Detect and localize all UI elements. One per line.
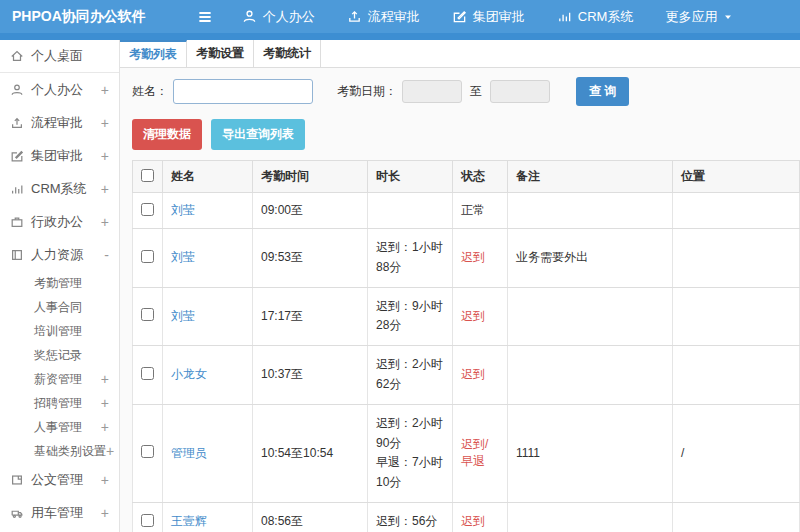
duration-line: 迟到：2小时90分: [376, 414, 444, 454]
employee-name-link[interactable]: 刘莹: [171, 309, 195, 323]
car-icon: [10, 506, 24, 520]
expand-toggle[interactable]: +: [101, 181, 109, 197]
sidebar-item-vehicle-mgmt[interactable]: 用车管理+: [0, 496, 119, 529]
date-to-input[interactable]: [490, 80, 550, 103]
sidebar-item-base-category[interactable]: 基础类别设置+: [0, 439, 119, 463]
location-cell: [673, 502, 800, 532]
table-header-row: 姓名考勤时间时长状态备注位置: [133, 161, 800, 193]
sidebar-item-label: CRM系统: [31, 180, 87, 198]
sidebar-item-personnel-mgmt[interactable]: 人事管理+: [0, 415, 119, 439]
duration-line: 迟到：2小时62分: [376, 355, 444, 395]
expand-toggle[interactable]: +: [101, 82, 109, 98]
sidebar-item-attendance-mgmt[interactable]: 考勤管理: [0, 271, 119, 295]
topnav-crm-system[interactable]: CRM系统: [557, 8, 634, 26]
employee-name-link[interactable]: 刘莹: [171, 250, 195, 264]
topnav-label: 更多应用: [665, 8, 717, 26]
duration-line: 迟到：9小时28分: [376, 297, 444, 337]
expand-toggle[interactable]: +: [101, 505, 109, 521]
row-checkbox[interactable]: [141, 445, 154, 458]
sidebar-item-hr-contract[interactable]: 人事合同: [0, 295, 119, 319]
sidebar-item-workflow-approval[interactable]: 流程审批+: [0, 106, 119, 139]
name-input[interactable]: [173, 79, 313, 104]
name-cell: 刘莹: [163, 287, 253, 346]
name-field-label: 姓名：: [132, 83, 168, 100]
expand-toggle[interactable]: -: [104, 247, 109, 263]
time-cell: 09:53至: [253, 229, 368, 288]
expand-toggle[interactable]: +: [101, 371, 109, 387]
date-field-label: 考勤日期：: [337, 83, 397, 100]
tab-attendance-list[interactable]: 考勤列表: [120, 40, 187, 67]
menu-toggle-button[interactable]: [196, 8, 214, 26]
employee-name-link[interactable]: 管理员: [171, 446, 207, 460]
sidebar-item-reward-records[interactable]: 奖惩记录: [0, 343, 119, 367]
column-header: 时长: [368, 161, 453, 193]
sidebar-item-crm-system[interactable]: CRM系统+: [0, 172, 119, 205]
sidebar-item-label: 个人办公: [31, 81, 83, 99]
sidebar-item-training-mgmt[interactable]: 培训管理: [0, 319, 119, 343]
sidebar-item-admin-office[interactable]: 行政办公+: [0, 205, 119, 238]
topnav-more-apps[interactable]: 更多应用: [665, 8, 740, 26]
topnav-label: CRM系统: [578, 8, 634, 26]
duration-line: 迟到：56分: [376, 512, 444, 532]
sidebar-item-recruit-mgmt[interactable]: 招聘管理+: [0, 391, 119, 415]
topnav-workflow-approval[interactable]: 流程审批: [347, 8, 420, 26]
sidebar-item-document-mgmt[interactable]: 公文管理+: [0, 463, 119, 496]
name-cell: 小龙女: [163, 346, 253, 405]
employee-name-link[interactable]: 王壹辉: [171, 514, 207, 528]
sidebar-item-label: 薪资管理: [34, 371, 82, 388]
select-all-checkbox[interactable]: [141, 169, 154, 182]
sidebar-item-personal-desktop[interactable]: 个人桌面: [0, 40, 119, 73]
status-cell: 迟到: [453, 502, 508, 532]
status-cell: 迟到: [453, 346, 508, 405]
table-row: 刘莹09:53至迟到：1小时88分迟到业务需要外出: [133, 229, 800, 288]
expand-toggle[interactable]: +: [101, 419, 109, 435]
employee-name-link[interactable]: 刘莹: [171, 203, 195, 217]
expand-toggle[interactable]: +: [101, 472, 109, 488]
row-checkbox[interactable]: [141, 367, 154, 380]
tab-attendance-setup[interactable]: 考勤设置: [187, 40, 254, 67]
table-row: 刘莹09:00至正常: [133, 193, 800, 229]
status-cell: 正常: [453, 193, 508, 229]
column-header: 状态: [453, 161, 508, 193]
expand-toggle[interactable]: +: [106, 443, 114, 459]
tab-bar: 考勤列表考勤设置考勤统计: [120, 40, 800, 68]
sidebar-item-personal-office[interactable]: 个人办公+: [0, 73, 119, 106]
row-checkbox[interactable]: [141, 203, 154, 216]
employee-name-link[interactable]: 小龙女: [171, 367, 207, 381]
sidebar-item-salary-mgmt[interactable]: 薪资管理+: [0, 367, 119, 391]
sidebar-item-label: 人事合同: [34, 299, 82, 316]
content-area: 考勤列表考勤设置考勤统计 姓名： 考勤日期： 至 查 询 清理数据 导出查询列表: [120, 40, 800, 532]
topnav-group-approval[interactable]: 集团审批: [452, 8, 525, 26]
sidebar-item-label: 公文管理: [31, 471, 83, 489]
search-button[interactable]: 查 询: [576, 77, 629, 106]
row-checkbox[interactable]: [141, 514, 154, 527]
sidebar: 个人桌面个人办公+流程审批+集团审批+CRM系统+行政办公+人力资源-考勤管理人…: [0, 40, 120, 532]
column-header: 位置: [673, 161, 800, 193]
location-cell: [673, 229, 800, 288]
sidebar-item-label: 个人桌面: [31, 47, 83, 65]
export-list-button[interactable]: 导出查询列表: [211, 119, 305, 150]
sidebar-item-label: 人事管理: [34, 419, 82, 436]
location-cell: [673, 287, 800, 346]
duration-cell: 迟到：2小时62分: [368, 346, 453, 405]
topnav-personal-office[interactable]: 个人办公: [242, 8, 315, 26]
sidebar-item-group-approval[interactable]: 集团审批+: [0, 139, 119, 172]
expand-toggle[interactable]: +: [101, 115, 109, 131]
expand-toggle[interactable]: +: [101, 148, 109, 164]
sidebar-item-label: 集团审批: [31, 147, 83, 165]
clean-data-button[interactable]: 清理数据: [132, 119, 202, 150]
duration-cell: 迟到：2小时90分早退：7小时10分: [368, 404, 453, 502]
user-icon: [10, 83, 24, 97]
name-cell: 王壹辉: [163, 502, 253, 532]
row-checkbox[interactable]: [141, 308, 154, 321]
expand-toggle[interactable]: +: [101, 214, 109, 230]
topnav-label: 流程审批: [368, 8, 420, 26]
row-checkbox[interactable]: [141, 250, 154, 263]
expand-toggle[interactable]: +: [101, 395, 109, 411]
note-cell: 1111: [508, 404, 673, 502]
note-cell: [508, 193, 673, 229]
tab-attendance-stats[interactable]: 考勤统计: [254, 40, 321, 67]
table-row: 小龙女10:37至迟到：2小时62分迟到: [133, 346, 800, 405]
sidebar-item-human-resources[interactable]: 人力资源-: [0, 238, 119, 271]
date-from-input[interactable]: [402, 80, 462, 103]
